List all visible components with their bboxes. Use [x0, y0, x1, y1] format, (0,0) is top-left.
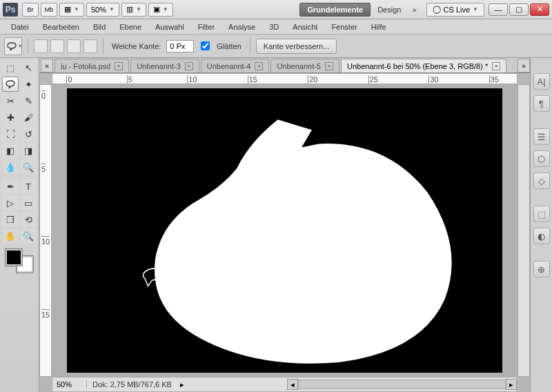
menu-fenster[interactable]: Fenster [326, 21, 362, 32]
document-tabs: « iu - Fotolia.psd× Unbenannt-3× Unbenan… [39, 58, 530, 73]
menu-ansicht[interactable]: Ansicht [287, 21, 323, 32]
right-panel-dock: A| ¶ ☰ ⬡ ◇ ⬚ ◐ ⊕ [530, 58, 552, 392]
screen-mode-dropdown[interactable]: ▣ ▼ [148, 3, 173, 17]
3d-tool-icon[interactable]: ❒ [2, 212, 19, 227]
tab-fotolia[interactable]: iu - Fotolia.psd× [55, 59, 129, 72]
tab-unbenannt-4[interactable]: Unbenannt-4× [201, 59, 270, 72]
tabs-scroll-right[interactable]: » [518, 59, 530, 72]
tab-unbenannt-5[interactable]: Unbenannt-5× [270, 59, 339, 72]
menu-analyse[interactable]: Analyse [223, 21, 261, 32]
shape-tool-icon[interactable]: ▭ [20, 195, 37, 210]
3d-camera-tool-icon[interactable]: ⟲ [20, 212, 37, 227]
zoom-tool-icon[interactable]: 🔍 [20, 228, 37, 244]
toolbox: ⬚↖ ✦ ✂✎ ✚🖌 ⛶↺ ◧◨ 💧🔍 ✒T ▷▭ ❒⟲ ✋🔍 [0, 58, 39, 392]
selection-new-button[interactable] [34, 39, 48, 53]
close-icon[interactable]: × [115, 62, 123, 70]
close-button[interactable]: ✕ [530, 3, 549, 16]
options-bar: ▾ Weiche Kante: Glätten Kante verbessern… [0, 35, 552, 58]
menu-auswahl[interactable]: Auswahl [150, 21, 190, 32]
document-area: « iu - Fotolia.psd× Unbenannt-3× Unbenan… [39, 58, 530, 392]
adjustments-panel-icon[interactable]: ◐ [533, 228, 550, 244]
arrange-documents-dropdown[interactable]: ▥ ▼ [121, 3, 146, 17]
layers-panel-icon[interactable]: ◇ [533, 173, 550, 189]
lasso-tool-icon[interactable] [2, 77, 19, 92]
menu-3d[interactable]: 3D [264, 21, 284, 32]
hand-tool-icon[interactable]: ✋ [2, 228, 19, 244]
menu-filter[interactable]: Filter [193, 21, 220, 32]
main-area: ⬚↖ ✦ ✂✎ ✚🖌 ⛶↺ ◧◨ 💧🔍 ✒T ▷▭ ❒⟲ ✋🔍 « iu - F… [0, 58, 552, 392]
swatches-panel-icon[interactable]: ☰ [533, 128, 550, 145]
feather-input[interactable] [166, 40, 194, 52]
view-extras-dropdown[interactable]: ▦ ▼ [59, 3, 84, 17]
antialias-checkbox[interactable] [201, 41, 210, 50]
selection-add-button[interactable] [50, 39, 64, 53]
cs-live-button[interactable]: ◯ CS Live ▼ [426, 3, 484, 17]
scroll-left-button[interactable]: ◂ [287, 379, 298, 390]
foreground-color-swatch[interactable] [6, 249, 22, 266]
vertical-ruler[interactable]: 0 5 10 15 [39, 84, 52, 377]
zoom-dropdown[interactable]: 50% ▼ [86, 3, 119, 17]
close-icon[interactable]: × [492, 62, 500, 70]
title-bar: Ps Br Mb ▦ ▼ 50% ▼ ▥ ▼ ▣ ▼ Grundelemente… [0, 0, 552, 19]
vertical-scrollbar[interactable] [518, 84, 530, 377]
workspace-essentials-button[interactable]: Grundelemente [299, 3, 371, 17]
path-select-tool-icon[interactable]: ▷ [2, 195, 19, 210]
canvas-wrap: 0 5 10 15 20 25 30 35 0 5 10 15 [39, 73, 530, 392]
zoom-value: 50% [91, 6, 106, 14]
styles-panel-icon[interactable]: ⬡ [533, 150, 550, 167]
navigator-panel-icon[interactable]: ⬚ [533, 206, 550, 222]
scroll-right-button[interactable]: ▸ [506, 379, 517, 390]
minimize-button[interactable]: — [489, 3, 508, 16]
menu-datei[interactable]: Datei [6, 21, 34, 32]
bridge-button[interactable]: Br [22, 3, 39, 17]
feather-label: Weiche Kante: [112, 42, 161, 50]
paragraph-panel-icon[interactable]: ¶ [533, 95, 550, 112]
mini-bridge-button[interactable]: Mb [41, 3, 57, 17]
dodge-tool-icon[interactable]: 🔍 [20, 159, 37, 175]
menu-bild[interactable]: Bild [88, 21, 111, 32]
app-icon: Ps [3, 3, 18, 17]
zoom-field[interactable]: 50% [52, 380, 87, 389]
text-tool-icon[interactable]: T [20, 179, 37, 194]
tab-unbenannt-3[interactable]: Unbenannt-3× [130, 59, 199, 72]
menu-ebene[interactable]: Ebene [114, 21, 147, 32]
workspace-design-link[interactable]: Design [372, 6, 406, 14]
crop-tool-icon[interactable]: ✂ [2, 93, 19, 108]
menu-hilfe[interactable]: Hilfe [366, 21, 392, 32]
eraser-tool-icon[interactable]: ◧ [2, 143, 19, 158]
selection-intersect-button[interactable] [83, 39, 97, 53]
move-tool-icon[interactable]: ⬚ [2, 60, 19, 75]
antialias-label: Glätten [217, 42, 241, 50]
brush-tool-icon[interactable]: 🖌 [20, 110, 37, 125]
tabs-scroll-left[interactable]: « [41, 59, 53, 72]
color-panel-icon[interactable]: ⊕ [533, 261, 550, 277]
eyedropper-tool-icon[interactable]: ✎ [20, 93, 37, 108]
horizontal-ruler[interactable]: 0 5 10 15 20 25 30 35 [52, 73, 518, 84]
magic-wand-tool-icon[interactable]: ✦ [20, 77, 37, 92]
blur-tool-icon[interactable]: 💧 [2, 159, 19, 175]
workspace-more-button[interactable]: » [406, 6, 422, 14]
history-brush-tool-icon[interactable]: ↺ [20, 126, 37, 141]
status-bar: 50% Dok: 2,75 MB/767,6 KB ▸ ◂ ▸ [52, 377, 518, 392]
healing-tool-icon[interactable]: ✚ [2, 110, 19, 125]
maximize-button[interactable]: ▢ [509, 3, 529, 16]
move-arrow-icon[interactable]: ↖ [20, 60, 37, 75]
character-panel-icon[interactable]: A| [533, 73, 550, 90]
close-icon[interactable]: × [255, 62, 263, 70]
active-tool-icon[interactable]: ▾ [4, 37, 22, 55]
close-icon[interactable]: × [325, 62, 333, 70]
menu-bearbeiten[interactable]: Bearbeiten [37, 21, 85, 32]
gradient-tool-icon[interactable]: ◨ [20, 143, 37, 158]
close-icon[interactable]: × [185, 62, 193, 70]
refine-edge-button[interactable]: Kante verbessern... [256, 39, 337, 54]
pen-tool-icon[interactable]: ✒ [2, 179, 19, 194]
mask-shape [67, 88, 502, 373]
tab-unbenannt-6[interactable]: Unbenannt-6 bei 50% (Ebene 3, RGB/8) *× [341, 59, 506, 72]
menu-bar: Datei Bearbeiten Bild Ebene Auswahl Filt… [0, 19, 552, 35]
canvas[interactable] [52, 84, 518, 377]
selection-subtract-button[interactable] [67, 39, 81, 53]
document-info[interactable]: Dok: 2,75 MB/767,6 KB [87, 380, 177, 389]
document-image [67, 88, 502, 373]
color-swatches[interactable] [6, 249, 33, 273]
stamp-tool-icon[interactable]: ⛶ [2, 126, 19, 141]
